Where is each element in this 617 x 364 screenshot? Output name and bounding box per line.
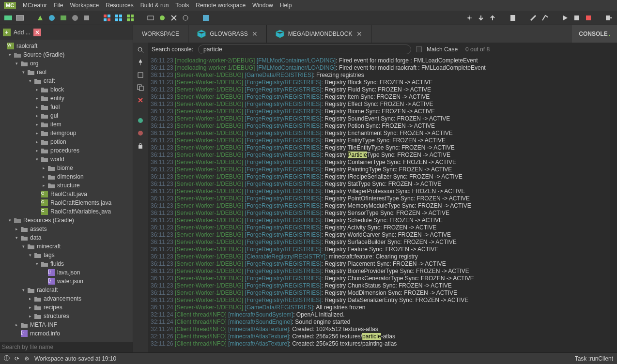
tree-node[interactable]: ▸procedures <box>0 146 133 155</box>
tree-node[interactable]: ▸structure <box>0 181 133 190</box>
toolbar-icon[interactable] <box>71 14 79 22</box>
cube-icon <box>197 30 206 38</box>
tab-megadiamond[interactable]: MEGADIAMONDBLOCK✕ <box>267 25 371 43</box>
toolbar-icon[interactable] <box>47 14 56 22</box>
tree-node[interactable]: ▾fluids <box>0 259 133 268</box>
add-label[interactable]: Add ... <box>14 29 31 36</box>
toolbar-icon[interactable] <box>201 14 210 22</box>
menu-file[interactable]: File <box>54 2 63 9</box>
toolbar-icon[interactable] <box>36 14 45 22</box>
tree-node[interactable]: ▸potion <box>0 137 133 146</box>
tree-search-input[interactable] <box>0 342 133 352</box>
menu-window[interactable]: Window <box>252 2 273 9</box>
sync-icon[interactable]: ⟳ <box>15 355 19 362</box>
tree-node[interactable]: ▸itemgroup <box>0 129 133 137</box>
tree-node[interactable]: ▸structures <box>0 312 133 320</box>
toolbar-icon[interactable] <box>82 14 91 22</box>
gear-icon[interactable]: ⚙ <box>24 355 30 362</box>
tree-node[interactable]: ▾tags <box>0 251 133 259</box>
toolbar-icon[interactable] <box>126 14 135 22</box>
close-icon[interactable]: ✕ <box>252 30 258 38</box>
toolbar-icon[interactable] <box>103 14 111 22</box>
tree-node[interactable]: {}water.json <box>0 277 133 286</box>
toolbar-icon[interactable] <box>59 14 68 22</box>
toolbar-icon[interactable] <box>114 14 123 22</box>
tree-node[interactable]: ▸advancements <box>0 294 133 303</box>
export-icon[interactable] <box>604 14 613 22</box>
menu-mcreator[interactable]: MCreator <box>23 2 47 9</box>
toolbar-icon[interactable] <box>181 14 190 22</box>
tab-console[interactable]: CONSOLE. <box>572 25 617 43</box>
wrap-icon[interactable] <box>136 71 145 79</box>
toolbar-icon[interactable] <box>4 14 13 22</box>
match-case-label: Match Case <box>427 46 458 53</box>
tree-node[interactable]: ▾raolcraft <box>0 286 133 294</box>
tree-node[interactable]: ▸gui <box>0 111 133 120</box>
tree-node[interactable]: ▸entity <box>0 94 133 103</box>
tree-node[interactable]: ▾org <box>0 59 133 68</box>
toolbar-icon[interactable] <box>529 14 538 22</box>
pin-icon[interactable] <box>136 58 145 67</box>
tab-workspace[interactable]: WORKSPACE <box>133 25 188 43</box>
tree-node[interactable]: ▸META-INF <box>0 320 133 329</box>
tree-node[interactable]: CRaolCraftElements.java <box>0 198 133 207</box>
tree-node[interactable]: ▸item <box>0 120 133 129</box>
play-icon[interactable] <box>561 14 570 22</box>
tree-node[interactable]: CRaolCraftVariables.java <box>0 207 133 216</box>
match-case-checkbox[interactable] <box>416 46 422 52</box>
toolbar-up-icon[interactable] <box>488 14 497 22</box>
menu-workspace[interactable]: Workspace <box>70 2 99 9</box>
tree-node[interactable]: ▾minecraft <box>0 242 133 251</box>
tree-node[interactable]: ▸block <box>0 85 133 94</box>
console-search-input[interactable] <box>198 45 411 54</box>
toolbar-icon[interactable] <box>170 14 178 22</box>
close-icon[interactable]: ✕ <box>356 30 362 38</box>
svg-point-32 <box>138 131 143 136</box>
clear-icon[interactable] <box>136 96 145 105</box>
menu-build[interactable]: Build & run <box>140 2 169 9</box>
toolbar-icon[interactable] <box>158 14 167 22</box>
tree-node[interactable]: {}mcmod.info <box>0 329 133 338</box>
info-icon[interactable]: ⓘ <box>4 354 10 363</box>
file-tree[interactable]: Wraolcraft▾Source (Gradle)▾org▾raol▾craf… <box>0 40 133 342</box>
tree-node[interactable]: ▾raol <box>0 68 133 76</box>
tree-node[interactable]: Wraolcraft <box>0 42 133 50</box>
lock-icon[interactable] <box>136 141 145 150</box>
menu-tools[interactable]: Tools <box>175 2 189 9</box>
toolbar-icon[interactable] <box>15 14 24 22</box>
toolbar-icon[interactable] <box>509 14 517 22</box>
filter-icon[interactable] <box>136 129 145 137</box>
filter-icon[interactable] <box>136 116 145 125</box>
tree-node[interactable]: ▾Resources (Gradle) <box>0 216 133 225</box>
tree-node[interactable]: {}lava.json <box>0 268 133 277</box>
tree-node[interactable]: ▾world <box>0 155 133 164</box>
menu-resources[interactable]: Resources <box>106 2 133 9</box>
menu-help[interactable]: Help <box>280 2 292 9</box>
toolbar-down-icon[interactable] <box>477 14 485 22</box>
tree-node[interactable]: ▸assets <box>0 225 133 233</box>
tree-node[interactable]: ▾craft <box>0 76 133 85</box>
menu-remote[interactable]: Remote workspace <box>196 2 246 9</box>
delete-button[interactable]: ✕ <box>33 29 41 36</box>
tree-node[interactable]: ▾Source (Gradle) <box>0 50 133 59</box>
record-icon[interactable] <box>584 14 593 22</box>
toolbar-icon[interactable] <box>146 14 155 22</box>
tree-node[interactable]: ▸fuel <box>0 103 133 111</box>
toolbar-icon[interactable] <box>540 14 549 22</box>
toolbar-icon[interactable] <box>465 14 474 22</box>
add-button[interactable]: + <box>3 29 11 36</box>
tree-node[interactable]: ▾data <box>0 233 133 242</box>
tree-node[interactable]: ▸dimension <box>0 172 133 181</box>
copy-icon[interactable] <box>136 83 145 92</box>
svg-rect-0 <box>4 15 12 20</box>
tree-node[interactable]: ▸biome <box>0 164 133 172</box>
tree-node[interactable]: ▸recipes <box>0 303 133 312</box>
svg-rect-24 <box>574 15 579 20</box>
svg-point-31 <box>138 118 143 123</box>
stop-icon[interactable] <box>572 14 581 22</box>
tab-glowgrass[interactable]: GLOWGRASS✕ <box>188 25 267 43</box>
console-log[interactable]: 36:11.23 [modloading-worker-2/DEBUG] [FM… <box>148 56 617 352</box>
search-icon[interactable] <box>136 46 145 54</box>
tree-node[interactable]: CRaolCraft.java <box>0 190 133 198</box>
svg-rect-25 <box>586 15 591 20</box>
